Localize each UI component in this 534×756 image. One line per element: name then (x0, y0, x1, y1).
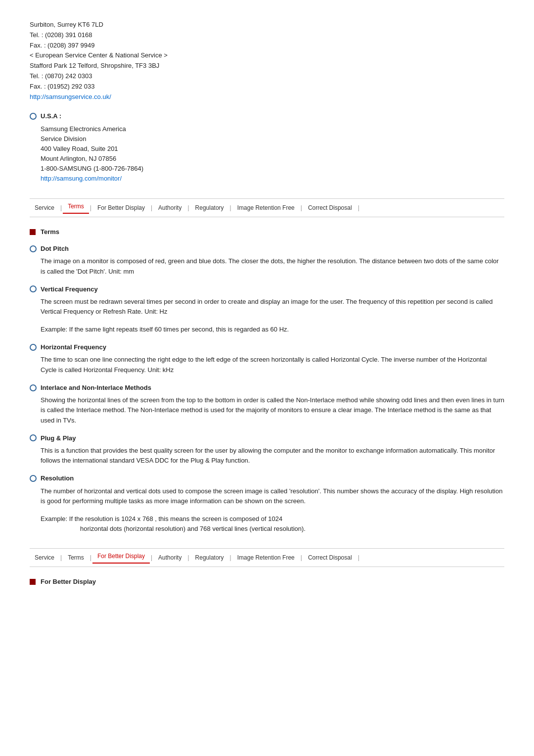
nav2-image-retention[interactable]: Image Retention Free (232, 553, 300, 562)
vertical-freq-header: Vertical Frequency (30, 284, 504, 294)
plug-play-section: Plug & Play This is a function that prov… (30, 433, 504, 466)
better-display-red-square-icon (30, 579, 36, 585)
nav1-sep1: | (59, 203, 63, 212)
dot-pitch-body: The image on a monitor is composed of re… (41, 256, 504, 276)
usa-line4: Mount Arlington, NJ 07856 (41, 154, 504, 164)
uk-address-line4: < European Service Center & National Ser… (30, 50, 504, 61)
dot-pitch-header: Dot Pitch (30, 244, 504, 254)
dot-pitch-section: Dot Pitch The image on a monitor is comp… (30, 244, 504, 277)
usa-line1: Samsung Electronics America (41, 124, 504, 134)
nav2-sep5: | (229, 553, 232, 562)
nav1-better-display[interactable]: For Better Display (92, 203, 150, 212)
nav2-sep1: | (59, 553, 63, 562)
dot-pitch-icon (30, 245, 37, 252)
horizontal-freq-header: Horizontal Frequency (30, 342, 504, 352)
uk-link[interactable]: http://samsungservice.co.uk/ (30, 93, 111, 100)
uk-address-line6: Tel. : (0870) 242 0303 (30, 71, 504, 82)
resolution-heading: Resolution (41, 473, 74, 483)
nav1-authority[interactable]: Authority (153, 203, 186, 212)
better-display-section-title: For Better Display (30, 577, 504, 587)
uk-address-line1: Surbiton, Surrey KT6 7LD (30, 20, 504, 30)
nav1-sep2: | (89, 203, 92, 212)
nav1-correct-disposal[interactable]: Correct Disposal (303, 203, 357, 212)
nav2-sep4: | (186, 553, 190, 562)
vertical-freq-section: Vertical Frequency The screen must be re… (30, 284, 504, 334)
resolution-header: Resolution (30, 473, 504, 483)
interlace-heading: Interlace and Non-Interlace Methods (41, 383, 151, 393)
resolution-section: Resolution The number of horizontal and … (30, 473, 504, 533)
usa-label: U.S.A : (41, 111, 61, 121)
usa-dot-icon (30, 113, 37, 120)
nav2-sep7: | (357, 553, 360, 562)
interlace-body: Showing the horizontal lines of the scre… (41, 395, 504, 425)
usa-line5: 1-800-SAMSUNG (1-800-726-7864) (41, 164, 504, 174)
terms-title-text: Terms (41, 227, 59, 237)
nav1-regulatory[interactable]: Regulatory (190, 203, 229, 212)
vertical-freq-body: The screen must be redrawn several times… (41, 297, 504, 317)
interlace-icon (30, 384, 37, 391)
nav-bar-1: Service | Terms | For Better Display | A… (30, 198, 504, 217)
horizontal-freq-body: The time to scan one line connecting the… (41, 355, 504, 375)
plug-play-heading: Plug & Play (41, 433, 76, 443)
uk-address-line2: Tel. : (0208) 391 0168 (30, 30, 504, 41)
nav1-sep6: | (300, 203, 303, 212)
vertical-freq-example: Example: If the same light repeats itsel… (41, 325, 504, 334)
nav1-sep5: | (229, 203, 232, 212)
nav2-sep6: | (300, 553, 303, 562)
usa-link[interactable]: http://samsung.com/monitor/ (41, 175, 122, 182)
interlace-section: Interlace and Non-Interlace Methods Show… (30, 383, 504, 425)
nav1-service[interactable]: Service (30, 203, 59, 212)
nav2-terms[interactable]: Terms (63, 553, 89, 562)
uk-address-block: Surbiton, Surrey KT6 7LD Tel. : (0208) 3… (30, 20, 504, 101)
interlace-header: Interlace and Non-Interlace Methods (30, 383, 504, 393)
nav1-sep4: | (186, 203, 190, 212)
vertical-freq-heading: Vertical Frequency (41, 284, 98, 294)
nav-bar-2: Service | Terms | For Better Display | A… (30, 548, 504, 567)
nav2-sep2: | (89, 553, 92, 562)
nav2-sep3: | (150, 553, 153, 562)
resolution-example-line2: horizontal dots (horizontal resolution) … (80, 524, 504, 534)
terms-red-square-icon (30, 229, 36, 235)
better-display-title-text: For Better Display (41, 577, 96, 587)
horizontal-freq-heading: Horizontal Frequency (41, 342, 106, 352)
resolution-example-line1: Example: If the resolution is 1024 x 768… (41, 514, 504, 524)
resolution-body: The number of horizontal and vertical do… (41, 486, 504, 506)
nav1-sep3: | (150, 203, 153, 212)
nav1-image-retention[interactable]: Image Retention Free (232, 203, 300, 212)
nav1-sep7: | (357, 203, 360, 212)
usa-address-block: Samsung Electronics America Service Divi… (41, 124, 504, 184)
usa-line2: Service Division (41, 134, 504, 144)
nav1-terms[interactable]: Terms (63, 202, 89, 214)
uk-address-line7: Fax. : (01952) 292 033 (30, 82, 504, 92)
plug-play-icon (30, 434, 37, 441)
nav2-correct-disposal[interactable]: Correct Disposal (303, 553, 357, 562)
plug-play-body: This is a function that provides the bes… (41, 446, 504, 466)
nav2-service[interactable]: Service (30, 553, 59, 562)
horizontal-freq-icon (30, 344, 37, 351)
resolution-icon (30, 475, 37, 482)
nav2-authority[interactable]: Authority (153, 553, 186, 562)
usa-section: U.S.A : Samsung Electronics America Serv… (30, 111, 504, 184)
vertical-freq-icon (30, 285, 37, 292)
dot-pitch-heading: Dot Pitch (41, 244, 69, 254)
uk-address-line5: Stafford Park 12 Telford, Shropshire, TF… (30, 61, 504, 71)
plug-play-header: Plug & Play (30, 433, 504, 443)
usa-header: U.S.A : (30, 111, 504, 121)
resolution-example: Example: If the resolution is 1024 x 768… (41, 514, 504, 533)
uk-address-line3: Fax. : (0208) 397 9949 (30, 41, 504, 51)
horizontal-freq-section: Horizontal Frequency The time to scan on… (30, 342, 504, 375)
terms-section-title: Terms (30, 227, 504, 237)
nav2-better-display[interactable]: For Better Display (92, 552, 150, 564)
usa-line3: 400 Valley Road, Suite 201 (41, 144, 504, 154)
nav2-regulatory[interactable]: Regulatory (190, 553, 229, 562)
